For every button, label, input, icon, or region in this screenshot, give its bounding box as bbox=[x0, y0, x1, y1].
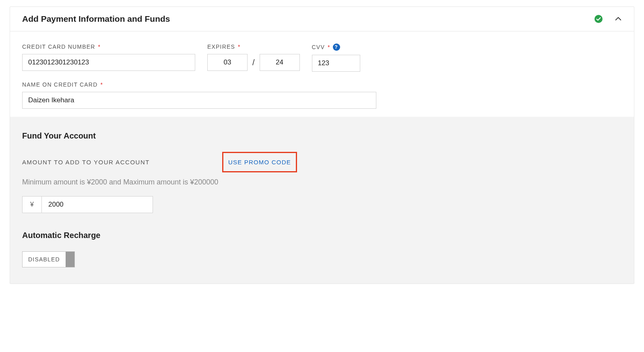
chevron-up-icon[interactable] bbox=[615, 15, 622, 23]
currency-symbol: ¥ bbox=[23, 197, 42, 213]
cc-number-field: CREDIT CARD NUMBER* bbox=[22, 43, 195, 72]
name-field: NAME ON CREDIT CARD* bbox=[22, 81, 622, 109]
help-icon[interactable]: ? bbox=[333, 43, 340, 51]
cc-number-label: CREDIT CARD NUMBER* bbox=[22, 43, 195, 50]
cvv-label: CVV* ? bbox=[312, 43, 360, 51]
amount-label: AMOUNT TO ADD TO YOUR ACCOUNT bbox=[22, 159, 150, 166]
expires-field: EXPIRES* / bbox=[207, 43, 300, 72]
payment-panel: Add Payment Information and Funds CREDIT… bbox=[10, 6, 634, 284]
panel-title: Add Payment Information and Funds bbox=[22, 14, 594, 24]
name-label: NAME ON CREDIT CARD* bbox=[22, 81, 622, 88]
cc-number-input[interactable] bbox=[22, 54, 195, 71]
exp-month-input[interactable] bbox=[207, 54, 248, 71]
name-label-text: NAME ON CREDIT CARD bbox=[22, 81, 97, 88]
required-mark: * bbox=[328, 44, 330, 50]
required-mark: * bbox=[98, 43, 101, 50]
svg-point-0 bbox=[594, 15, 603, 23]
fund-title: Fund Your Account bbox=[22, 131, 622, 141]
toggle-label: DISABLED bbox=[23, 252, 66, 267]
amount-input-wrap: ¥ bbox=[22, 196, 153, 213]
cc-number-label-text: CREDIT CARD NUMBER bbox=[22, 43, 95, 50]
amount-input[interactable] bbox=[42, 197, 153, 213]
exp-separator: / bbox=[252, 58, 255, 67]
exp-year-input[interactable] bbox=[260, 54, 300, 71]
cvv-field: CVV* ? bbox=[312, 43, 360, 72]
auto-recharge-toggle[interactable]: DISABLED bbox=[22, 251, 75, 267]
toggle-knob-icon bbox=[66, 252, 74, 267]
panel-header[interactable]: Add Payment Information and Funds bbox=[10, 7, 634, 31]
expires-label-text: EXPIRES bbox=[207, 43, 235, 50]
fund-account-section: Fund Your Account AMOUNT TO ADD TO YOUR … bbox=[10, 117, 634, 284]
auto-recharge-title: Automatic Recharge bbox=[22, 231, 622, 240]
cvv-label-text: CVV bbox=[312, 44, 325, 50]
name-input[interactable] bbox=[22, 92, 376, 109]
cvv-input[interactable] bbox=[312, 55, 360, 72]
panel-body: CREDIT CARD NUMBER* EXPIRES* / CVV* ? bbox=[10, 31, 634, 284]
expires-label: EXPIRES* bbox=[207, 43, 300, 50]
amount-hint: Minimum amount is ¥2000 and Maximum amou… bbox=[22, 178, 622, 186]
status-complete-icon bbox=[594, 15, 603, 23]
required-mark: * bbox=[238, 43, 241, 50]
required-mark: * bbox=[100, 81, 103, 88]
use-promo-code-link[interactable]: USE PROMO CODE bbox=[222, 152, 297, 172]
